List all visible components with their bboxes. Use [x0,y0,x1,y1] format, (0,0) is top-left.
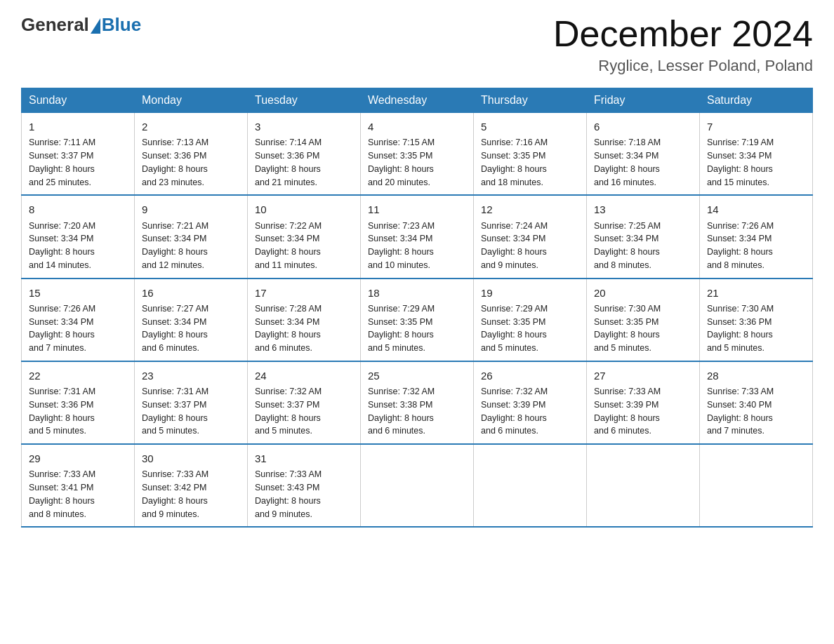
logo-triangle-icon [91,18,100,34]
logo-general-text: General [21,14,89,36]
calendar-cell: 3Sunrise: 7:14 AMSunset: 3:36 PMDaylight… [248,113,361,196]
day-number: 16 [142,285,240,301]
day-number: 23 [142,368,240,384]
calendar-table: SundayMondayTuesdayWednesdayThursdayFrid… [21,88,813,528]
logo: General Blue [21,14,141,36]
day-number: 5 [481,119,579,135]
header-friday: Friday [587,88,700,113]
day-number: 13 [594,201,692,217]
calendar-cell: 20Sunrise: 7:30 AMSunset: 3:35 PMDayligh… [587,279,700,361]
day-number: 14 [707,201,805,217]
calendar-cell: 2Sunrise: 7:13 AMSunset: 3:36 PMDaylight… [135,113,248,196]
day-info: Sunrise: 7:19 AMSunset: 3:34 PMDaylight:… [707,136,805,189]
calendar-cell: 8Sunrise: 7:20 AMSunset: 3:34 PMDaylight… [22,195,135,278]
day-info: Sunrise: 7:32 AMSunset: 3:37 PMDaylight:… [255,385,353,438]
logo-blue-text: Blue [102,14,141,36]
calendar-cell: 19Sunrise: 7:29 AMSunset: 3:35 PMDayligh… [474,279,587,361]
day-number: 15 [29,285,127,301]
calendar-cell [700,444,813,527]
month-title: December 2024 [553,14,813,54]
calendar-cell: 27Sunrise: 7:33 AMSunset: 3:39 PMDayligh… [587,361,700,444]
calendar-cell: 7Sunrise: 7:19 AMSunset: 3:34 PMDaylight… [700,113,813,196]
day-info: Sunrise: 7:30 AMSunset: 3:35 PMDaylight:… [594,302,692,355]
day-info: Sunrise: 7:27 AMSunset: 3:34 PMDaylight:… [142,302,240,355]
day-info: Sunrise: 7:31 AMSunset: 3:37 PMDaylight:… [142,385,240,438]
day-info: Sunrise: 7:32 AMSunset: 3:39 PMDaylight:… [481,385,579,438]
day-number: 12 [481,201,579,217]
day-number: 31 [255,450,353,467]
title-block: December 2024 Ryglice, Lesser Poland, Po… [553,14,813,75]
day-info: Sunrise: 7:31 AMSunset: 3:36 PMDaylight:… [29,385,127,438]
day-number: 6 [594,119,692,135]
day-number: 29 [29,450,127,467]
day-number: 22 [29,368,127,384]
day-info: Sunrise: 7:30 AMSunset: 3:36 PMDaylight:… [707,302,805,355]
day-info: Sunrise: 7:32 AMSunset: 3:38 PMDaylight:… [368,385,466,438]
day-number: 2 [142,119,240,135]
calendar-cell: 1Sunrise: 7:11 AMSunset: 3:37 PMDaylight… [22,113,135,196]
day-info: Sunrise: 7:21 AMSunset: 3:34 PMDaylight:… [142,220,240,272]
day-info: Sunrise: 7:23 AMSunset: 3:34 PMDaylight:… [368,220,466,272]
day-number: 20 [594,285,692,301]
day-info: Sunrise: 7:33 AMSunset: 3:43 PMDaylight:… [255,468,353,521]
calendar-cell: 25Sunrise: 7:32 AMSunset: 3:38 PMDayligh… [361,361,474,444]
day-number: 7 [707,119,805,135]
calendar-header-row: SundayMondayTuesdayWednesdayThursdayFrid… [22,88,813,113]
header-monday: Monday [135,88,248,113]
day-info: Sunrise: 7:16 AMSunset: 3:35 PMDaylight:… [481,136,579,189]
page-header: General Blue December 2024 Ryglice, Less… [21,14,813,75]
week-row-3: 15Sunrise: 7:26 AMSunset: 3:34 PMDayligh… [22,279,813,361]
day-number: 19 [481,285,579,301]
week-row-4: 22Sunrise: 7:31 AMSunset: 3:36 PMDayligh… [22,361,813,444]
week-row-5: 29Sunrise: 7:33 AMSunset: 3:41 PMDayligh… [22,444,813,527]
day-info: Sunrise: 7:33 AMSunset: 3:41 PMDaylight:… [29,468,127,521]
calendar-cell: 17Sunrise: 7:28 AMSunset: 3:34 PMDayligh… [248,279,361,361]
header-saturday: Saturday [700,88,813,113]
day-info: Sunrise: 7:26 AMSunset: 3:34 PMDaylight:… [29,302,127,355]
day-info: Sunrise: 7:28 AMSunset: 3:34 PMDaylight:… [255,302,353,355]
calendar-cell: 24Sunrise: 7:32 AMSunset: 3:37 PMDayligh… [248,361,361,444]
calendar-cell: 13Sunrise: 7:25 AMSunset: 3:34 PMDayligh… [587,195,700,278]
day-number: 3 [255,119,353,135]
day-info: Sunrise: 7:13 AMSunset: 3:36 PMDaylight:… [142,136,240,189]
calendar-cell: 23Sunrise: 7:31 AMSunset: 3:37 PMDayligh… [135,361,248,444]
header-wednesday: Wednesday [361,88,474,113]
day-info: Sunrise: 7:25 AMSunset: 3:34 PMDaylight:… [594,220,692,272]
day-info: Sunrise: 7:18 AMSunset: 3:34 PMDaylight:… [594,136,692,189]
day-info: Sunrise: 7:15 AMSunset: 3:35 PMDaylight:… [368,136,466,189]
day-number: 4 [368,119,466,135]
calendar-cell: 10Sunrise: 7:22 AMSunset: 3:34 PMDayligh… [248,195,361,278]
header-thursday: Thursday [474,88,587,113]
calendar-cell: 31Sunrise: 7:33 AMSunset: 3:43 PMDayligh… [248,444,361,527]
calendar-cell: 16Sunrise: 7:27 AMSunset: 3:34 PMDayligh… [135,279,248,361]
calendar-cell: 29Sunrise: 7:33 AMSunset: 3:41 PMDayligh… [22,444,135,527]
day-number: 25 [368,368,466,384]
day-info: Sunrise: 7:22 AMSunset: 3:34 PMDaylight:… [255,220,353,272]
day-number: 26 [481,368,579,384]
calendar-cell [361,444,474,527]
day-info: Sunrise: 7:26 AMSunset: 3:34 PMDaylight:… [707,220,805,272]
calendar-cell: 15Sunrise: 7:26 AMSunset: 3:34 PMDayligh… [22,279,135,361]
day-info: Sunrise: 7:24 AMSunset: 3:34 PMDaylight:… [481,220,579,272]
calendar-cell: 22Sunrise: 7:31 AMSunset: 3:36 PMDayligh… [22,361,135,444]
day-number: 10 [255,201,353,217]
calendar-cell: 18Sunrise: 7:29 AMSunset: 3:35 PMDayligh… [361,279,474,361]
day-number: 8 [29,201,127,217]
day-number: 18 [368,285,466,301]
calendar-cell: 6Sunrise: 7:18 AMSunset: 3:34 PMDaylight… [587,113,700,196]
day-info: Sunrise: 7:33 AMSunset: 3:39 PMDaylight:… [594,385,692,438]
day-number: 28 [707,368,805,384]
calendar-cell: 4Sunrise: 7:15 AMSunset: 3:35 PMDaylight… [361,113,474,196]
day-info: Sunrise: 7:33 AMSunset: 3:40 PMDaylight:… [707,385,805,438]
day-number: 11 [368,201,466,217]
week-row-2: 8Sunrise: 7:20 AMSunset: 3:34 PMDaylight… [22,195,813,278]
day-number: 1 [29,119,127,135]
day-number: 17 [255,285,353,301]
day-info: Sunrise: 7:33 AMSunset: 3:42 PMDaylight:… [142,468,240,521]
location-title: Ryglice, Lesser Poland, Poland [553,57,813,75]
calendar-cell: 5Sunrise: 7:16 AMSunset: 3:35 PMDaylight… [474,113,587,196]
calendar-cell: 21Sunrise: 7:30 AMSunset: 3:36 PMDayligh… [700,279,813,361]
day-info: Sunrise: 7:29 AMSunset: 3:35 PMDaylight:… [481,302,579,355]
calendar-cell: 9Sunrise: 7:21 AMSunset: 3:34 PMDaylight… [135,195,248,278]
day-number: 27 [594,368,692,384]
